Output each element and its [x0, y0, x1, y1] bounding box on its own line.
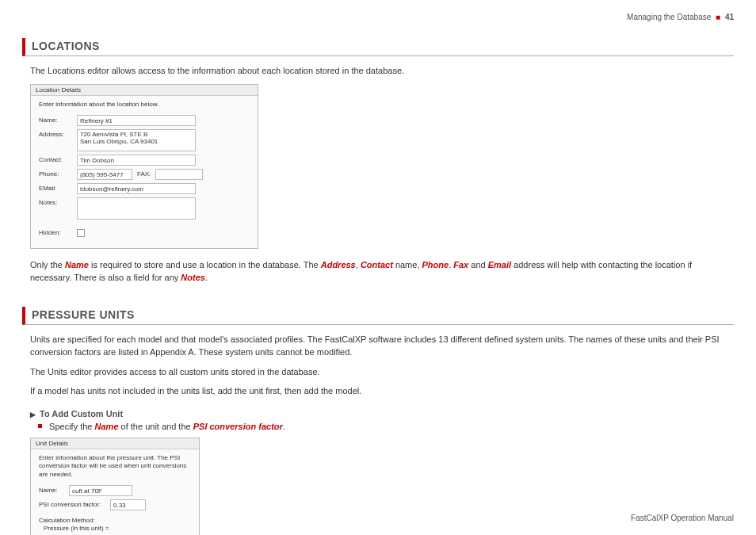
unit-name-label: Name: — [39, 485, 69, 494]
add-custom-unit-subhead: ▶To Add Custom Unit — [30, 409, 734, 418]
locations-note: Only the Name is required to store and u… — [30, 258, 734, 285]
calc-method: Calculation Method: Pressure (in this un… — [39, 517, 191, 535]
unit-details-dialog: Unit Details Enter information about the… — [30, 438, 200, 535]
phone-field[interactable]: (805) 595-5477 — [77, 169, 132, 180]
dialog-title: Location Details — [31, 85, 258, 96]
pressure-heading: PRESSURE UNITS — [22, 307, 734, 325]
hidden-checkbox[interactable] — [77, 229, 85, 237]
pressure-p2: The Units editor provides access to all … — [30, 365, 734, 379]
unit-dialog-title: Unit Details — [31, 438, 199, 449]
psi-field[interactable]: 0.33 — [110, 499, 146, 510]
hidden-label: Hidden: — [39, 227, 77, 236]
pressure-p3: If a model has units not included in the… — [30, 384, 734, 398]
phone-label: Phone: — [39, 169, 77, 178]
address-field[interactable]: 720 Aerovista Pl, STE B San Luis Obispo,… — [77, 129, 196, 151]
unit-dialog-instruction: Enter information about the pressure uni… — [39, 454, 191, 479]
name-label: Name: — [39, 115, 77, 124]
header-bullet: ■ — [716, 13, 720, 21]
page-footer: FastCalXP Operation Manual — [631, 514, 734, 522]
contact-label: Contact: — [39, 155, 77, 163]
psi-label: PSI conversion factor: — [39, 499, 110, 508]
unit-name-field[interactable]: cuft at 70F — [69, 485, 132, 496]
pressure-p1: Units are specified for each model and t… — [30, 333, 734, 359]
header-page: 41 — [725, 13, 734, 21]
triangle-icon: ▶ — [30, 411, 36, 418]
fax-field[interactable] — [155, 169, 203, 180]
address-label: Address: — [39, 129, 77, 138]
add-unit-bullet: Specify the Name of the unit and the PSI… — [38, 422, 734, 431]
email-label: EMail: — [39, 183, 77, 192]
email-field[interactable]: tdobson@refinery.com — [77, 183, 196, 194]
notes-field[interactable] — [77, 197, 196, 220]
locations-intro: The Locations editor allows access to th… — [30, 64, 734, 78]
notes-label: Notes: — [39, 197, 77, 206]
header-section: Managing the Database — [627, 13, 711, 21]
name-field[interactable]: Refinery #1 — [77, 115, 196, 126]
location-details-dialog: Location Details Enter information about… — [30, 84, 258, 249]
locations-heading: LOCATIONS — [22, 38, 734, 56]
page-header: Managing the Database ■ 41 — [627, 13, 734, 21]
contact-field[interactable]: Tim Dobson — [77, 155, 196, 166]
dialog-instruction: Enter information about the location bel… — [39, 101, 250, 109]
fax-label: FAX: — [137, 169, 151, 178]
